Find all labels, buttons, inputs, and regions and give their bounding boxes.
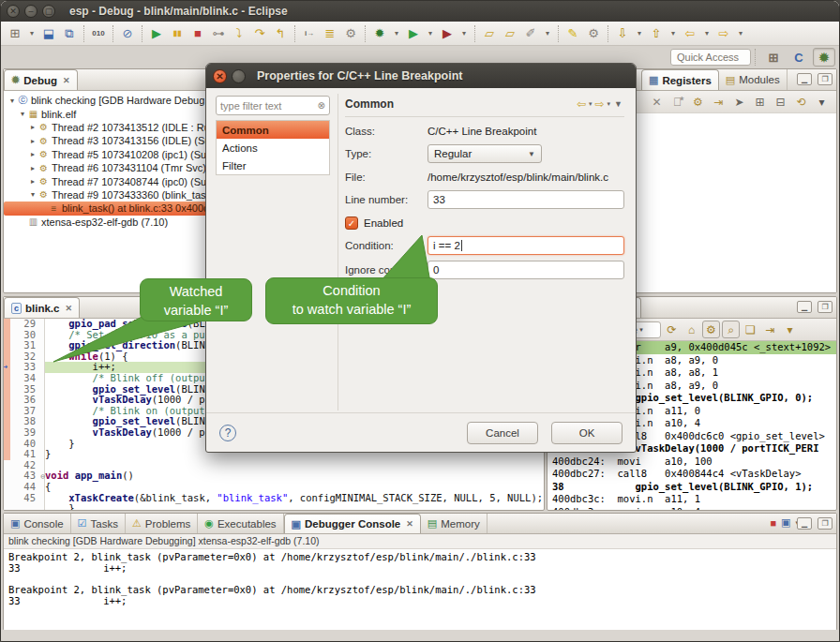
window-close-icon[interactable]: ✕: [7, 5, 20, 18]
tab-executables[interactable]: ◉Executables: [198, 514, 283, 533]
show-debug-elements-icon[interactable]: ≣: [321, 24, 339, 43]
filter-input[interactable]: type filter text ⊗: [216, 96, 330, 115]
open-element-icon[interactable]: ▱: [480, 24, 499, 43]
step-return-icon[interactable]: ↰: [271, 24, 290, 43]
debug-tree-row[interactable]: ≡blink_task() at blink.c:33 0x400db: [4, 202, 207, 215]
minimize-icon[interactable]: ▁: [797, 73, 812, 85]
cpp-perspective-icon[interactable]: C: [788, 48, 810, 67]
maximize-icon[interactable]: ❐: [818, 73, 832, 85]
back-icon-dropdown[interactable]: ▾: [701, 24, 712, 43]
mark-occurrences-icon[interactable]: ✎: [563, 24, 582, 43]
tab-problems[interactable]: ⚠Problems: [126, 514, 198, 533]
view-menu-icon[interactable]: ▾: [781, 321, 799, 338]
home-icon[interactable]: ⌂: [682, 321, 700, 338]
enabled-checkbox[interactable]: ✓: [345, 216, 358, 230]
suspend-icon[interactable]: ▮▮: [168, 24, 187, 43]
disassembly-line[interactable]: 400dbc27: call8 0x400844c4 <vTaskDelay>: [552, 468, 836, 481]
run-external-icon-dropdown[interactable]: ▾: [458, 24, 470, 43]
debug-icon-dropdown[interactable]: ▾: [391, 24, 402, 43]
new-wizard-icon-dropdown[interactable]: ▾: [26, 24, 38, 43]
dialog-nav-actions[interactable]: Actions: [217, 139, 329, 157]
debug-tree-row[interactable]: ▸⚙Thread #3 1073413156 (IDLE) (Susp: [4, 134, 207, 147]
ignore-count-input[interactable]: 0: [428, 261, 624, 279]
new-view-icon[interactable]: ❏: [742, 321, 759, 338]
close-icon[interactable]: ✕: [63, 76, 70, 85]
search-icon-dropdown[interactable]: ▾: [542, 24, 553, 43]
code-line[interactable]: }: [45, 503, 544, 510]
forward-icon-dropdown[interactable]: ▾: [735, 24, 746, 43]
layout-icon[interactable]: ⟲: [792, 93, 810, 111]
disconnect-icon[interactable]: ⊶: [209, 24, 228, 43]
quick-access-input[interactable]: Quick Access: [670, 49, 751, 66]
run-icon-dropdown[interactable]: ▾: [425, 24, 436, 43]
dialog-nav-filter[interactable]: Filter: [217, 157, 329, 174]
view-menu-icon[interactable]: ▾: [813, 93, 831, 111]
step-into-icon[interactable]: ⤵: [230, 24, 248, 43]
run-external-icon[interactable]: ▶: [438, 24, 457, 43]
debug-tree-row[interactable]: ▸⚙Thread #6 1073431104 (Tmr Svc) (S: [4, 161, 207, 174]
debug-tree-row[interactable]: ▾ⓒblink checking [GDB Hardware Debug: [4, 94, 207, 107]
pin-icon[interactable]: ⇥: [761, 321, 779, 338]
build-settings-icon[interactable]: ⚙: [584, 24, 603, 43]
terminate-icon[interactable]: ■: [188, 24, 207, 43]
debug-tree-row[interactable]: ▸⚙Thread #7 1073408744 (ipc0) (Susp: [4, 174, 207, 187]
open-resource-icon[interactable]: ▱: [501, 24, 519, 43]
disassembly-line[interactable]: 400dbc24: movi a10, 100: [552, 455, 836, 469]
dialog-nav-common[interactable]: Common: [217, 121, 329, 139]
open-perspective-icon[interactable]: ⊞: [762, 48, 785, 67]
cancel-button[interactable]: Cancel: [467, 422, 538, 444]
display-console-icon[interactable]: ▣: [781, 516, 790, 529]
tab-modules[interactable]: ▤ Modules: [719, 69, 788, 90]
forward-icon[interactable]: ⇨: [714, 24, 733, 43]
previous-annotation-icon-dropdown[interactable]: ▾: [668, 24, 679, 43]
disassembly-line[interactable]: 38 gpio_set_level(BLINK_GPIO, 1);: [552, 481, 836, 494]
line-number-input[interactable]: 33: [428, 190, 624, 209]
tab-memory[interactable]: ▤Memory: [421, 514, 488, 533]
step-over-icon[interactable]: ↷: [250, 24, 269, 43]
select-pointer-icon[interactable]: ➤: [730, 93, 748, 111]
dialog-maximize-icon[interactable]: [232, 69, 246, 83]
debug-tree-row[interactable]: ▾⚙Thread #9 1073433360 (blink_task :: [4, 188, 207, 202]
editor-gutter[interactable]: 2930313233➜34353637383940414243⊖4445: [4, 319, 45, 510]
remove-selected-icon[interactable]: ✕: [648, 93, 666, 111]
expand-all-icon[interactable]: ⊞: [751, 93, 769, 111]
maximize-icon[interactable]: ❐: [818, 517, 832, 530]
clear-filter-icon[interactable]: ⊗: [318, 100, 325, 111]
debug-icon[interactable]: ✹: [370, 24, 389, 43]
refresh-icon[interactable]: ⟳: [663, 321, 681, 338]
code-line[interactable]: void app_main(): [45, 470, 544, 482]
run-icon[interactable]: ▶: [404, 24, 423, 43]
skip-all-breakpoints-icon[interactable]: ⊘: [118, 24, 137, 43]
collapse-all-icon[interactable]: ⊟: [772, 93, 789, 111]
terminate-console-icon[interactable]: ■: [770, 517, 776, 529]
debug-tree-row[interactable]: ▸⚙Thread #5 1073410208 (ipc1) (Susp: [4, 148, 207, 161]
console-content[interactable]: Breakpoint 2, blink_task (pvParameter=0x…: [4, 549, 836, 630]
debug-tree-row[interactable]: ▥xtensa-esp32-elf-gdb (7.10): [4, 216, 207, 229]
debug-perspective-icon[interactable]: ✹: [813, 48, 835, 67]
type-dropdown[interactable]: Regular▼: [428, 144, 542, 163]
tab-blink-c[interactable]: c blink.c ✕: [4, 297, 80, 318]
previous-annotation-icon[interactable]: ⇧: [647, 24, 666, 43]
instruction-stepping-icon[interactable]: i→: [300, 24, 319, 43]
sync-selection-icon[interactable]: ⚙: [702, 321, 720, 338]
tab-debug[interactable]: ✹ Debug ✕: [4, 69, 78, 90]
resume-icon[interactable]: ▶: [147, 24, 166, 43]
code-line[interactable]: xTaskCreate(&blink_task, "blink_task", c…: [45, 493, 544, 504]
tab-debugger-console[interactable]: ▣Debugger Console✕: [284, 514, 421, 533]
tab-console[interactable]: ▣Console: [4, 514, 71, 533]
build-binary-icon[interactable]: 010: [89, 24, 108, 43]
save-all-icon[interactable]: ⧉: [60, 24, 79, 43]
show-type-names-icon[interactable]: ⚙: [689, 93, 707, 111]
window-maximize-icon[interactable]: ▢: [42, 5, 55, 18]
next-annotation-icon[interactable]: ⇩: [613, 24, 632, 43]
window-minimize-icon[interactable]: –: [24, 5, 38, 18]
forward-icon[interactable]: ⇨: [595, 97, 605, 111]
disassembly-line[interactable]: 400dbc3c: movi.n a11, 1: [552, 493, 836, 506]
remove-all-icon[interactable]: ✕⃰: [668, 93, 686, 111]
disassembly-line[interactable]: 400dbc3e: movi.n a10, 4: [552, 506, 836, 511]
pin-view-icon[interactable]: ⇥: [710, 93, 728, 111]
save-icon[interactable]: ⬓: [39, 24, 58, 43]
next-annotation-icon-dropdown[interactable]: ▾: [634, 24, 645, 43]
close-icon[interactable]: ✕: [65, 304, 72, 313]
debug-tree-row[interactable]: ▸⚙Thread #2 1073413512 (IDLE : Runn: [4, 121, 207, 134]
